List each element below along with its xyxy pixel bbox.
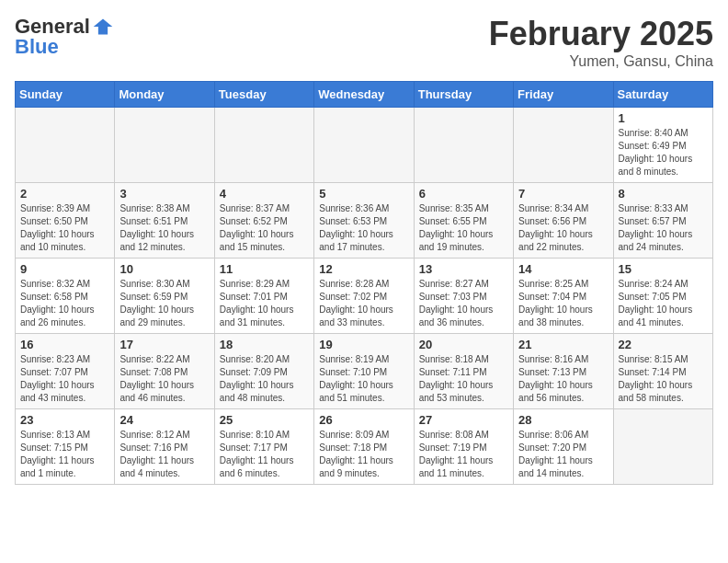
calendar-day-cell: 8Sunrise: 8:33 AM Sunset: 6:57 PM Daylig… xyxy=(613,183,712,259)
day-number: 6 xyxy=(419,187,508,201)
calendar-day-cell xyxy=(214,108,313,183)
day-number: 14 xyxy=(518,262,608,276)
day-info: Sunrise: 8:23 AM Sunset: 7:07 PM Dayligh… xyxy=(20,353,109,405)
calendar-day-cell: 28Sunrise: 8:06 AM Sunset: 7:20 PM Dayli… xyxy=(514,409,613,485)
day-of-week-header: Sunday xyxy=(16,82,115,108)
day-number: 20 xyxy=(419,338,508,351)
day-number: 7 xyxy=(518,187,608,201)
day-info: Sunrise: 8:15 AM Sunset: 7:14 PM Dayligh… xyxy=(619,353,708,405)
day-info: Sunrise: 8:06 AM Sunset: 7:20 PM Dayligh… xyxy=(518,429,608,480)
calendar-table: SundayMondayTuesdayWednesdayThursdayFrid… xyxy=(15,81,713,485)
calendar-day-cell: 17Sunrise: 8:22 AM Sunset: 7:08 PM Dayli… xyxy=(115,334,214,409)
day-info: Sunrise: 8:29 AM Sunset: 7:01 PM Dayligh… xyxy=(220,278,309,329)
day-number: 21 xyxy=(518,338,608,351)
location-title: Yumen, Gansu, China xyxy=(489,53,713,70)
logo: General Blue xyxy=(15,15,114,59)
day-number: 26 xyxy=(319,413,408,427)
day-number: 23 xyxy=(20,413,109,427)
day-info: Sunrise: 8:20 AM Sunset: 7:09 PM Dayligh… xyxy=(220,353,309,405)
calendar-day-cell: 13Sunrise: 8:27 AM Sunset: 7:03 PM Dayli… xyxy=(414,259,513,334)
day-info: Sunrise: 8:35 AM Sunset: 6:55 PM Dayligh… xyxy=(419,202,508,254)
calendar-day-cell: 19Sunrise: 8:19 AM Sunset: 7:10 PM Dayli… xyxy=(314,334,414,409)
day-of-week-header: Wednesday xyxy=(314,82,414,108)
month-title: February 2025 xyxy=(489,15,713,53)
day-info: Sunrise: 8:12 AM Sunset: 7:16 PM Dayligh… xyxy=(119,429,209,480)
day-number: 22 xyxy=(619,338,708,351)
day-info: Sunrise: 8:37 AM Sunset: 6:52 PM Dayligh… xyxy=(220,202,309,254)
day-info: Sunrise: 8:27 AM Sunset: 7:03 PM Dayligh… xyxy=(419,278,508,329)
day-of-week-header: Monday xyxy=(115,82,214,108)
day-number: 17 xyxy=(119,338,209,351)
calendar-day-cell: 3Sunrise: 8:38 AM Sunset: 6:51 PM Daylig… xyxy=(115,183,214,259)
calendar-day-cell: 10Sunrise: 8:30 AM Sunset: 6:59 PM Dayli… xyxy=(115,259,214,334)
calendar-week-row: 2Sunrise: 8:39 AM Sunset: 6:50 PM Daylig… xyxy=(16,183,713,259)
title-block: February 2025 Yumen, Gansu, China xyxy=(489,15,713,70)
calendar-day-cell: 20Sunrise: 8:18 AM Sunset: 7:11 PM Dayli… xyxy=(414,334,513,409)
logo-blue-text: Blue xyxy=(15,35,59,59)
calendar-day-cell xyxy=(414,108,513,183)
day-number: 1 xyxy=(619,111,708,125)
day-number: 9 xyxy=(20,262,109,276)
calendar-day-cell xyxy=(16,108,115,183)
day-number: 10 xyxy=(119,262,209,276)
calendar-week-row: 1Sunrise: 8:40 AM Sunset: 6:49 PM Daylig… xyxy=(16,108,713,183)
day-number: 3 xyxy=(119,187,209,201)
calendar-day-cell xyxy=(514,108,613,183)
day-info: Sunrise: 8:22 AM Sunset: 7:08 PM Dayligh… xyxy=(119,353,209,405)
calendar-week-row: 9Sunrise: 8:32 AM Sunset: 6:58 PM Daylig… xyxy=(16,259,713,334)
calendar-day-cell: 14Sunrise: 8:25 AM Sunset: 7:04 PM Dayli… xyxy=(514,259,613,334)
calendar-day-cell: 26Sunrise: 8:09 AM Sunset: 7:18 PM Dayli… xyxy=(314,409,414,485)
day-number: 2 xyxy=(20,187,109,201)
day-info: Sunrise: 8:13 AM Sunset: 7:15 PM Dayligh… xyxy=(20,429,109,480)
svg-marker-0 xyxy=(94,18,113,34)
calendar-day-cell: 21Sunrise: 8:16 AM Sunset: 7:13 PM Dayli… xyxy=(514,334,613,409)
day-of-week-header: Tuesday xyxy=(214,82,313,108)
calendar-day-cell xyxy=(613,409,712,485)
day-info: Sunrise: 8:40 AM Sunset: 6:49 PM Dayligh… xyxy=(619,127,708,178)
day-of-week-header: Thursday xyxy=(414,82,513,108)
day-number: 25 xyxy=(220,413,309,427)
day-info: Sunrise: 8:30 AM Sunset: 6:59 PM Dayligh… xyxy=(119,278,209,329)
day-info: Sunrise: 8:24 AM Sunset: 7:05 PM Dayligh… xyxy=(619,278,708,329)
calendar-day-cell: 7Sunrise: 8:34 AM Sunset: 6:56 PM Daylig… xyxy=(514,183,613,259)
calendar-day-cell: 4Sunrise: 8:37 AM Sunset: 6:52 PM Daylig… xyxy=(214,183,313,259)
day-info: Sunrise: 8:39 AM Sunset: 6:50 PM Dayligh… xyxy=(20,202,109,254)
calendar-day-cell: 5Sunrise: 8:36 AM Sunset: 6:53 PM Daylig… xyxy=(314,183,414,259)
day-number: 15 xyxy=(619,262,708,276)
calendar-day-cell: 18Sunrise: 8:20 AM Sunset: 7:09 PM Dayli… xyxy=(214,334,313,409)
day-info: Sunrise: 8:10 AM Sunset: 7:17 PM Dayligh… xyxy=(220,429,309,480)
day-info: Sunrise: 8:18 AM Sunset: 7:11 PM Dayligh… xyxy=(419,353,508,405)
calendar-day-cell: 16Sunrise: 8:23 AM Sunset: 7:07 PM Dayli… xyxy=(16,334,115,409)
calendar-day-cell: 9Sunrise: 8:32 AM Sunset: 6:58 PM Daylig… xyxy=(16,259,115,334)
day-info: Sunrise: 8:09 AM Sunset: 7:18 PM Dayligh… xyxy=(319,429,408,480)
calendar-day-cell: 11Sunrise: 8:29 AM Sunset: 7:01 PM Dayli… xyxy=(214,259,313,334)
day-info: Sunrise: 8:19 AM Sunset: 7:10 PM Dayligh… xyxy=(319,353,408,405)
calendar-day-cell: 24Sunrise: 8:12 AM Sunset: 7:16 PM Dayli… xyxy=(115,409,214,485)
day-number: 12 xyxy=(319,262,408,276)
calendar-day-cell: 22Sunrise: 8:15 AM Sunset: 7:14 PM Dayli… xyxy=(613,334,712,409)
day-info: Sunrise: 8:08 AM Sunset: 7:19 PM Dayligh… xyxy=(419,429,508,480)
day-info: Sunrise: 8:34 AM Sunset: 6:56 PM Dayligh… xyxy=(518,202,608,254)
calendar-day-cell: 1Sunrise: 8:40 AM Sunset: 6:49 PM Daylig… xyxy=(613,108,712,183)
calendar-day-cell xyxy=(314,108,414,183)
calendar-day-cell xyxy=(115,108,214,183)
day-info: Sunrise: 8:38 AM Sunset: 6:51 PM Dayligh… xyxy=(119,202,209,254)
logo-icon xyxy=(92,16,114,38)
page-header: General Blue February 2025 Yumen, Gansu,… xyxy=(15,15,713,70)
day-of-week-header: Friday xyxy=(514,82,613,108)
day-info: Sunrise: 8:33 AM Sunset: 6:57 PM Dayligh… xyxy=(619,202,708,254)
day-number: 5 xyxy=(319,187,408,201)
calendar-week-row: 23Sunrise: 8:13 AM Sunset: 7:15 PM Dayli… xyxy=(16,409,713,485)
day-number: 13 xyxy=(419,262,508,276)
calendar-day-cell: 27Sunrise: 8:08 AM Sunset: 7:19 PM Dayli… xyxy=(414,409,513,485)
day-of-week-header: Saturday xyxy=(613,82,712,108)
day-info: Sunrise: 8:28 AM Sunset: 7:02 PM Dayligh… xyxy=(319,278,408,329)
day-info: Sunrise: 8:32 AM Sunset: 6:58 PM Dayligh… xyxy=(20,278,109,329)
day-number: 18 xyxy=(220,338,309,351)
day-number: 27 xyxy=(419,413,508,427)
day-number: 11 xyxy=(220,262,309,276)
calendar-day-cell: 6Sunrise: 8:35 AM Sunset: 6:55 PM Daylig… xyxy=(414,183,513,259)
calendar-header-row: SundayMondayTuesdayWednesdayThursdayFrid… xyxy=(16,82,713,108)
calendar-day-cell: 2Sunrise: 8:39 AM Sunset: 6:50 PM Daylig… xyxy=(16,183,115,259)
day-number: 28 xyxy=(518,413,608,427)
